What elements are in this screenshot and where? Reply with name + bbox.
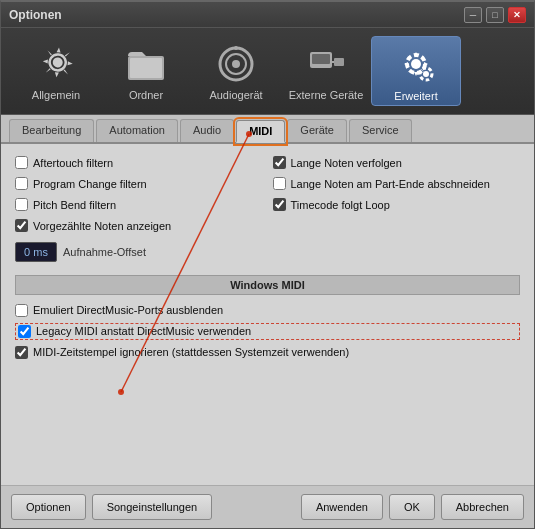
lange-noten-part-checkbox[interactable] [273, 177, 286, 190]
lange-noten-row[interactable]: Lange Noten verfolgen [273, 154, 521, 171]
lange-noten-part-label: Lange Noten am Part-Ende abschneiden [291, 178, 490, 190]
emuliert-label: Emuliert DirectMusic-Ports ausblenden [33, 304, 223, 316]
tab-geraete[interactable]: Geräte [287, 119, 347, 142]
bottom-bar: Optionen Songeinstellungen Anwenden OK A… [1, 485, 534, 528]
legacy-row[interactable]: Legacy MIDI anstatt DirectMusic verwende… [15, 323, 520, 340]
midi-options-two-col: Aftertouch filtern Program Change filter… [15, 154, 520, 265]
svg-point-5 [232, 60, 240, 68]
nav-audiogeraet[interactable]: Audiogerät [191, 36, 281, 106]
pitch-bend-label: Pitch Bend filtern [33, 199, 116, 211]
svg-point-13 [423, 71, 429, 77]
offset-input[interactable] [15, 242, 57, 262]
title-bar: Optionen ─ □ ✕ [1, 2, 534, 28]
lange-noten-part-row[interactable]: Lange Noten am Part-Ende abschneiden [273, 175, 521, 192]
minimize-button[interactable]: ─ [464, 7, 482, 23]
icon-bar: Allgemein Ordner [1, 28, 534, 115]
svg-rect-9 [334, 58, 344, 66]
svg-point-6 [234, 46, 238, 50]
windows-midi-header: Windows MIDI [15, 275, 520, 295]
legacy-label: Legacy MIDI anstatt DirectMusic verwende… [36, 325, 251, 337]
externe-geraete-label: Externe Geräte [289, 89, 364, 101]
nav-externe-geraete[interactable]: Externe Geräte [281, 36, 371, 106]
aftertouch-label: Aftertouch filtern [33, 157, 113, 169]
aftertouch-row[interactable]: Aftertouch filtern [15, 154, 263, 171]
content-area: Bearbeitung Automation Audio MIDI Geräte… [1, 115, 534, 528]
vorgezaehlte-label: Vorgezählte Noten anzeigen [33, 220, 171, 232]
tab-audio[interactable]: Audio [180, 119, 234, 142]
ordner-icon [124, 43, 168, 85]
songeinstellungen-button[interactable]: Songeinstellungen [92, 494, 213, 520]
tab-service[interactable]: Service [349, 119, 412, 142]
tab-automation[interactable]: Automation [96, 119, 178, 142]
externe-geraete-icon [304, 43, 348, 85]
close-button[interactable]: ✕ [508, 7, 526, 23]
pitch-bend-checkbox[interactable] [15, 198, 28, 211]
svg-rect-2 [130, 58, 162, 78]
main-window: Optionen ─ □ ✕ [0, 0, 535, 529]
left-column: Aftertouch filtern Program Change filter… [15, 154, 263, 265]
timecode-label: Timecode folgt Loop [291, 199, 390, 211]
svg-point-11 [411, 59, 421, 69]
program-change-row[interactable]: Program Change filtern [15, 175, 263, 192]
tab-bearbeitung[interactable]: Bearbeitung [9, 119, 94, 142]
offset-label: Aufnahme-Offset [63, 246, 146, 258]
tab-bar: Bearbeitung Automation Audio MIDI Geräte… [1, 115, 534, 144]
program-change-label: Program Change filtern [33, 178, 147, 190]
emuliert-row[interactable]: Emuliert DirectMusic-Ports ausblenden [15, 302, 520, 319]
optionen-button[interactable]: Optionen [11, 494, 86, 520]
lange-noten-label: Lange Noten verfolgen [291, 157, 402, 169]
emuliert-checkbox[interactable] [15, 304, 28, 317]
timecode-checkbox[interactable] [273, 198, 286, 211]
lange-noten-checkbox[interactable] [273, 156, 286, 169]
allgemein-icon [34, 43, 78, 85]
abbrechen-button[interactable]: Abbrechen [441, 494, 524, 520]
midi-panel: Aftertouch filtern Program Change filter… [1, 144, 534, 485]
erweitert-icon [394, 42, 438, 86]
tab-midi[interactable]: MIDI [236, 120, 285, 143]
audiogeraet-icon [214, 43, 258, 85]
window-controls: ─ □ ✕ [464, 7, 526, 23]
zeitstempel-row[interactable]: MIDI-Zeitstempel ignorieren (stattdessen… [15, 344, 520, 361]
ok-button[interactable]: OK [389, 494, 435, 520]
anwenden-button[interactable]: Anwenden [301, 494, 383, 520]
erweitert-label: Erweitert [394, 90, 437, 102]
zeitstempel-checkbox[interactable] [15, 346, 28, 359]
window-title: Optionen [9, 8, 62, 22]
timecode-row[interactable]: Timecode folgt Loop [273, 196, 521, 213]
vorgezaehlte-row[interactable]: Vorgezählte Noten anzeigen [15, 217, 263, 234]
allgemein-label: Allgemein [32, 89, 80, 101]
vorgezaehlte-checkbox[interactable] [15, 219, 28, 232]
right-column: Lange Noten verfolgen Lange Noten am Par… [273, 154, 521, 265]
nav-ordner[interactable]: Ordner [101, 36, 191, 106]
svg-point-0 [53, 57, 64, 68]
program-change-checkbox[interactable] [15, 177, 28, 190]
ordner-label: Ordner [129, 89, 163, 101]
aftertouch-checkbox[interactable] [15, 156, 28, 169]
pitch-bend-row[interactable]: Pitch Bend filtern [15, 196, 263, 213]
svg-rect-8 [312, 54, 330, 64]
zeitstempel-label: MIDI-Zeitstempel ignorieren (stattdessen… [33, 346, 349, 358]
legacy-checkbox[interactable] [18, 325, 31, 338]
maximize-button[interactable]: □ [486, 7, 504, 23]
nav-allgemein[interactable]: Allgemein [11, 36, 101, 106]
nav-erweitert[interactable]: Erweitert [371, 36, 461, 106]
offset-row: Aufnahme-Offset [15, 242, 263, 262]
audiogeraet-label: Audiogerät [209, 89, 262, 101]
